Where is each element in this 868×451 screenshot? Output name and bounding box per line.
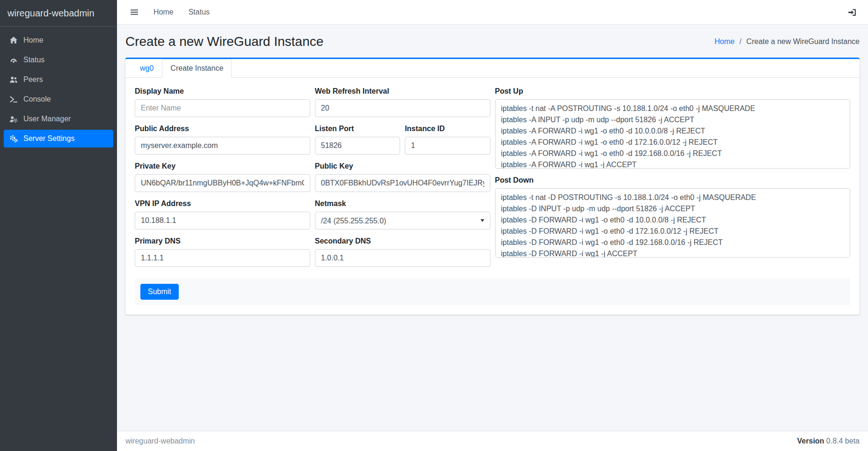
listen-port-label: Listen Port (315, 125, 354, 133)
gauge-icon (7, 56, 20, 64)
public-key-label: Public Key (315, 162, 353, 170)
users-icon (7, 75, 20, 84)
instance-tabs: wg0 Create Instance (125, 59, 860, 78)
breadcrumb-home-link[interactable]: Home (715, 37, 735, 45)
sidebar-item-server-settings[interactable]: Server Settings (4, 130, 113, 148)
sidebar-item-user-manager[interactable]: User Manager (4, 110, 113, 128)
post-down-label: Post Down (495, 176, 534, 185)
breadcrumb: Home / Create a new WireGuard Instance (715, 37, 860, 46)
post-down-textarea[interactable]: iptables -t nat -D POSTROUTING -s 10.188… (495, 188, 851, 258)
create-instance-card: wg0 Create Instance Display Name Public … (125, 58, 860, 315)
page-footer: wireguard-webadmin Version 0.8.4 beta (117, 431, 868, 451)
netmask-select-wrap: /24 (255.255.255.0) (315, 212, 490, 229)
breadcrumb-current: Create a new WireGuard Instance (746, 37, 860, 45)
public-address-label: Public Address (135, 125, 189, 133)
home-icon (7, 36, 20, 44)
vpn-ip-label: VPN IP Address (135, 200, 191, 208)
instance-form: Display Name Public Address Private Key (132, 87, 853, 274)
footer-version-label: Version (797, 437, 824, 445)
web-refresh-interval-input[interactable] (315, 99, 490, 117)
sidebar-item-peers[interactable]: Peers (4, 71, 113, 89)
footer-brand: wireguard-webadmin (125, 437, 195, 445)
page-title: Create a new WireGuard Instance (125, 34, 323, 49)
sidebar-item-label: Peers (23, 75, 43, 84)
tab-create-instance[interactable]: Create Instance (162, 59, 232, 78)
footer-version-value: 0.8.4 beta (826, 437, 860, 445)
instance-id-label: Instance ID (405, 125, 445, 133)
breadcrumb-separator: / (739, 37, 741, 45)
gears-icon (7, 134, 20, 143)
netmask-select[interactable]: /24 (255.255.255.0) (315, 212, 490, 229)
post-up-textarea[interactable]: iptables -t nat -A POSTROUTING -s 10.188… (495, 99, 851, 169)
sidebar-item-label: Status (23, 56, 44, 64)
public-key-input[interactable] (315, 174, 490, 192)
users-gear-icon (7, 115, 20, 123)
private-key-input[interactable] (135, 174, 310, 192)
netmask-label: Netmask (315, 200, 346, 208)
public-address-input[interactable] (135, 137, 310, 155)
menu-toggle-button[interactable] (125, 4, 143, 20)
vpn-ip-input[interactable] (135, 212, 310, 229)
primary-dns-input[interactable] (135, 249, 310, 267)
sidebar-item-label: Server Settings (23, 134, 74, 143)
sidebar-item-home[interactable]: Home (4, 31, 113, 49)
display-name-label: Display Name (135, 87, 184, 96)
top-navbar: Home Status (117, 0, 868, 25)
sidebar-item-label: Console (23, 95, 51, 104)
web-refresh-interval-label: Web Refresh Interval (315, 87, 389, 96)
private-key-label: Private Key (135, 162, 175, 170)
sidebar-item-status[interactable]: Status (4, 51, 113, 69)
post-up-label: Post Up (495, 87, 523, 96)
secondary-dns-label: Secondary DNS (315, 237, 371, 245)
sidebar-item-label: User Manager (23, 115, 71, 123)
topnav-link-status[interactable]: Status (181, 4, 217, 20)
form-actions: Submit (135, 278, 850, 305)
submit-button[interactable]: Submit (140, 284, 179, 300)
sidebar: wireguard-webadmin Home Status Peers Con… (0, 0, 117, 451)
logout-icon[interactable] (845, 4, 860, 21)
sidebar-item-label: Home (23, 36, 44, 44)
brand-title[interactable]: wireguard-webadmin (0, 0, 117, 27)
listen-port-input[interactable] (315, 137, 400, 155)
topnav-link-home[interactable]: Home (146, 4, 181, 20)
secondary-dns-input[interactable] (315, 249, 490, 267)
terminal-icon (7, 95, 20, 104)
display-name-input[interactable] (135, 99, 310, 117)
instance-id-input[interactable] (405, 137, 490, 155)
tab-wg0[interactable]: wg0 (131, 59, 162, 78)
sidebar-nav: Home Status Peers Console User Manager (0, 27, 117, 154)
footer-version: Version 0.8.4 beta (797, 437, 860, 445)
primary-dns-label: Primary DNS (135, 237, 181, 245)
sidebar-item-console[interactable]: Console (4, 90, 113, 108)
